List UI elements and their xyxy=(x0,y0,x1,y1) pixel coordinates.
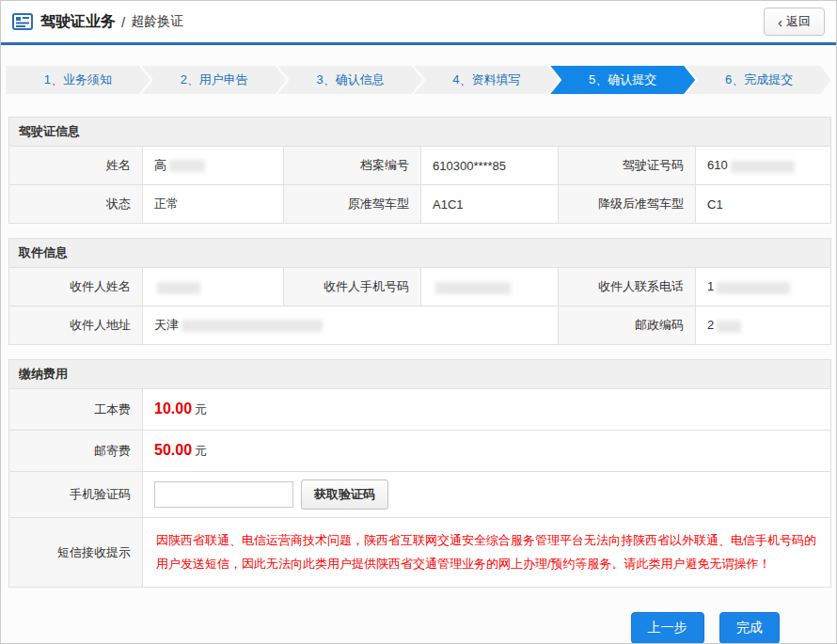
table-row: 收件人地址 天津 邮政编码 2 xyxy=(9,306,831,345)
step-1-business-notice[interactable]: 1、业务须知 xyxy=(6,66,150,94)
page-title: 驾驶证业务 xyxy=(40,12,116,32)
name-label: 姓名 xyxy=(9,147,143,185)
license-section-header: 驾驶证信息 xyxy=(9,118,831,147)
breadcrumb-separator: / xyxy=(121,14,125,30)
file-number-value: 610300****85 xyxy=(421,147,559,185)
pickup-info-table: 取件信息 收件人姓名 收件人手机号码 收件人联系电话 1 收件人地址 天津 邮政… xyxy=(8,238,831,345)
get-sms-code-button[interactable]: 获取验证码 xyxy=(301,479,388,510)
table-row: 工本费 10.00元 xyxy=(9,389,831,431)
back-chevron-icon: ‹ xyxy=(778,15,782,29)
fees-table: 缴纳费用 工本费 10.00元 邮寄费 50.00元 手机验证码 xyxy=(8,359,831,588)
recipient-name-value xyxy=(143,268,284,306)
mailing-fee-value: 50.00元 xyxy=(143,431,831,472)
license-number-label: 驾驶证号码 xyxy=(559,147,696,185)
sms-code-label: 手机验证码 xyxy=(9,472,143,518)
table-row: 状态 正常 原准驾车型 A1C1 降级后准驾车型 C1 xyxy=(9,185,831,224)
prev-step-button[interactable]: 上一步 xyxy=(631,612,704,644)
mailing-fee-label: 邮寄费 xyxy=(9,431,143,472)
redacted-blur xyxy=(182,320,323,332)
production-fee-value: 10.00元 xyxy=(143,389,831,431)
file-number-label: 档案编号 xyxy=(284,147,421,185)
pickup-section-title: 取件信息 xyxy=(9,239,831,268)
downgraded-class-value: C1 xyxy=(696,185,831,224)
redacted-blur xyxy=(435,282,511,294)
sms-code-input[interactable] xyxy=(154,481,293,508)
fees-section-header: 缴纳费用 xyxy=(9,360,831,389)
redacted-blur xyxy=(731,161,795,173)
table-row: 短信接收提示 因陕西省联通、电信运营商技术问题，陕西省互联网交通安全综合服务管理… xyxy=(9,518,831,588)
original-class-label: 原准驾车型 xyxy=(284,185,421,224)
recipient-phone-value: 1 xyxy=(696,268,831,306)
redacted-blur xyxy=(717,321,741,333)
license-service-icon xyxy=(12,13,33,30)
main-content: 驾驶证信息 姓名 高 档案编号 610300****85 驾驶证号码 610 状… xyxy=(1,117,836,588)
recipient-address-value: 天津 xyxy=(143,306,559,345)
postal-code-label: 邮政编码 xyxy=(559,306,696,345)
name-value: 高 xyxy=(143,147,284,185)
step-label: 2、用户申告 xyxy=(181,72,248,86)
sms-notice-label: 短信接收提示 xyxy=(9,518,143,588)
page: 驾驶证业务 / 超龄换证 ‹ 返回 1、业务须知 2、用户申告 3、确认信息 4… xyxy=(0,0,837,644)
step-label: 1、业务须知 xyxy=(44,72,112,86)
postal-code-value: 2 xyxy=(696,306,831,345)
fees-section-title: 缴纳费用 xyxy=(9,360,831,389)
sms-code-cell: 获取验证码 xyxy=(143,472,831,518)
back-button[interactable]: ‹ 返回 xyxy=(764,8,825,36)
step-label: 3、确认信息 xyxy=(316,72,384,86)
recipient-address-label: 收件人地址 xyxy=(9,306,143,345)
redacted-blur xyxy=(717,282,790,294)
table-row: 收件人姓名 收件人手机号码 收件人联系电话 1 xyxy=(9,268,831,306)
downgraded-class-label: 降级后准驾车型 xyxy=(559,185,696,224)
status-value: 正常 xyxy=(143,185,284,224)
recipient-name-label: 收件人姓名 xyxy=(9,268,143,306)
status-label: 状态 xyxy=(9,185,143,224)
step-4-fill-info[interactable]: 4、资料填写 xyxy=(414,66,559,94)
table-row: 邮寄费 50.00元 xyxy=(9,431,831,472)
step-label: 4、资料填写 xyxy=(452,72,520,86)
redacted-blur xyxy=(157,282,200,294)
breadcrumb-current: 超龄换证 xyxy=(131,13,183,30)
license-section-title: 驾驶证信息 xyxy=(9,118,831,147)
step-label: 5、确认提交 xyxy=(589,72,656,86)
license-info-table: 驾驶证信息 姓名 高 档案编号 610300****85 驾驶证号码 610 状… xyxy=(8,117,831,224)
original-class-value: A1C1 xyxy=(421,185,559,224)
finish-button[interactable]: 完成 xyxy=(719,612,780,644)
sms-notice-text: 因陕西省联通、电信运营商技术问题，陕西省互联网交通安全综合服务管理平台无法向持陕… xyxy=(152,520,821,585)
recipient-mobile-label: 收件人手机号码 xyxy=(284,268,421,306)
step-3-confirm-info[interactable]: 3、确认信息 xyxy=(278,66,423,94)
recipient-mobile-value xyxy=(421,268,559,306)
header: 驾驶证业务 / 超龄换证 ‹ 返回 xyxy=(1,1,836,45)
step-label: 6、完成提交 xyxy=(725,72,793,86)
back-button-label: 返回 xyxy=(786,13,811,30)
recipient-phone-label: 收件人联系电话 xyxy=(559,268,696,306)
table-row: 姓名 高 档案编号 610300****85 驾驶证号码 610 xyxy=(9,147,831,185)
footer-actions: 上一步 完成 xyxy=(1,612,836,644)
pickup-section-header: 取件信息 xyxy=(9,239,831,268)
step-6-complete-submit[interactable]: 6、完成提交 xyxy=(687,66,831,94)
license-number-value: 610 xyxy=(696,147,831,185)
table-row: 手机验证码 获取验证码 xyxy=(9,472,831,518)
sms-notice-cell: 因陕西省联通、电信运营商技术问题，陕西省互联网交通安全综合服务管理平台无法向持陕… xyxy=(143,518,831,588)
step-5-confirm-submit[interactable]: 5、确认提交 xyxy=(550,66,695,94)
step-2-user-declaration[interactable]: 2、用户申告 xyxy=(142,66,287,94)
step-nav: 1、业务须知 2、用户申告 3、确认信息 4、资料填写 5、确认提交 6、完成提… xyxy=(6,66,831,94)
production-fee-label: 工本费 xyxy=(9,389,143,431)
redacted-blur xyxy=(169,160,205,172)
